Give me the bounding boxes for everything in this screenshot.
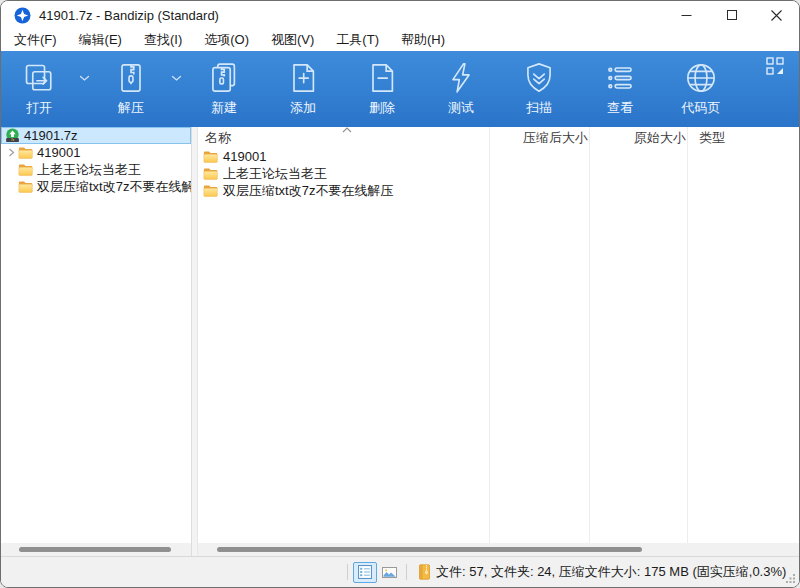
open-dropdown-button[interactable] — [71, 75, 97, 82]
scan-icon — [521, 60, 557, 96]
menu-find[interactable]: 查找(I) — [133, 29, 193, 51]
delete-file-icon — [364, 60, 400, 96]
details-view-button[interactable] — [353, 562, 377, 583]
new-archive-label: 新建 — [211, 99, 237, 117]
add-label: 添加 — [290, 99, 316, 117]
menu-edit[interactable]: 编辑(E) — [68, 29, 133, 51]
title-bar: 41901.7z - Bandizip (Standard) — [1, 1, 799, 29]
scan-button[interactable]: 扫描 — [507, 58, 571, 117]
column-header-original-size[interactable]: 原始大小 — [596, 129, 694, 147]
menu-tools[interactable]: 工具(T) — [325, 29, 390, 51]
maximize-button[interactable] — [709, 1, 754, 29]
delete-label: 删除 — [369, 99, 395, 117]
column-divider — [489, 127, 490, 543]
menu-file[interactable]: 文件(F) — [3, 29, 68, 51]
new-archive-icon — [206, 60, 242, 96]
tree-item-label: 上老王论坛当老王 — [37, 161, 141, 179]
menu-bar: 文件(F) 编辑(E) 查找(I) 选项(O) 视图(V) 工具(T) 帮助(H… — [1, 29, 799, 51]
extract-button[interactable]: 解压 — [99, 58, 163, 117]
archive-folder-icon — [417, 564, 432, 580]
statusbar-divider — [406, 564, 407, 580]
window-title: 41901.7z - Bandizip (Standard) — [39, 8, 664, 23]
folder-icon — [203, 185, 218, 197]
sort-asc-icon — [342, 127, 352, 133]
codepage-icon — [683, 60, 719, 96]
toolbar-layout-button[interactable] — [766, 57, 784, 79]
list-horizontal-scrollbar[interactable] — [198, 543, 799, 556]
scrollbar-thumb[interactable] — [217, 547, 642, 552]
thumbnail-view-icon — [382, 566, 397, 579]
archive-folder-button[interactable] — [412, 562, 436, 583]
extract-dropdown-button[interactable] — [163, 75, 189, 82]
minimize-icon — [681, 10, 692, 21]
scan-label: 扫描 — [526, 99, 552, 117]
delete-button[interactable]: 删除 — [350, 58, 414, 117]
minimize-button[interactable] — [664, 1, 709, 29]
tree-horizontal-scrollbar[interactable] — [1, 543, 191, 556]
tree-item-folder[interactable]: 双层压缩txt改7z不要在线解压 — [1, 178, 191, 195]
file-row[interactable]: 双层压缩txt改7z不要在线解压 — [198, 182, 799, 199]
chevron-down-icon — [171, 75, 182, 82]
open-icon — [21, 60, 57, 96]
folder-icon — [18, 147, 33, 159]
bandizip-window: 41901.7z - Bandizip (Standard) 文件(F) 编辑(… — [0, 0, 800, 588]
chevron-down-icon — [79, 75, 90, 82]
add-file-icon — [285, 60, 321, 96]
status-bar: 文件: 57, 文件夹: 24, 压缩文件大小: 175 MB (固实压缩,0.… — [1, 556, 799, 587]
folder-icon — [203, 151, 218, 163]
extract-icon — [113, 60, 149, 96]
column-divider — [589, 127, 590, 543]
bandizip-logo-icon — [14, 7, 31, 24]
test-label: 测试 — [448, 99, 474, 117]
resize-grip[interactable] — [785, 573, 796, 584]
toolbar: 打开 解压 新建 — [1, 51, 799, 127]
file-name: 双层压缩txt改7z不要在线解压 — [223, 182, 393, 200]
folder-icon — [18, 164, 33, 176]
main-area: 7z 41901.7z 419001 上老王论坛当老王 — [1, 127, 799, 556]
file-name: 上老王论坛当老王 — [223, 165, 327, 183]
codepage-label: 代码页 — [682, 99, 721, 117]
menu-options[interactable]: 选项(O) — [193, 29, 260, 51]
test-button[interactable]: 测试 — [429, 58, 493, 117]
archive-7z-icon: 7z — [5, 128, 20, 143]
column-header-compressed-size[interactable]: 压缩后大小 — [496, 129, 596, 147]
file-row[interactable]: 419001 — [198, 148, 799, 165]
file-name: 419001 — [223, 149, 266, 164]
archive-tree-pane: 7z 41901.7z 419001 上老王论坛当老王 — [1, 127, 192, 556]
tree-item-label: 双层压缩txt改7z不要在线解压 — [37, 178, 192, 196]
list-header: 名称 压缩后大小 原始大小 类型 — [198, 127, 799, 148]
column-header-type[interactable]: 类型 — [694, 129, 799, 147]
menu-view[interactable]: 视图(V) — [260, 29, 325, 51]
close-icon — [771, 10, 782, 21]
svg-text:7z: 7z — [11, 138, 15, 142]
statusbar-divider — [347, 564, 348, 580]
folder-icon — [203, 168, 218, 180]
close-button[interactable] — [754, 1, 799, 29]
scrollbar-thumb[interactable] — [19, 547, 171, 552]
view-icon — [602, 60, 638, 96]
new-archive-button[interactable]: 新建 — [192, 58, 256, 117]
extract-label: 解压 — [118, 99, 144, 117]
tree-item-label: 419001 — [37, 145, 80, 160]
open-button[interactable]: 打开 — [7, 58, 71, 117]
view-button[interactable]: 查看 — [588, 58, 652, 117]
file-row[interactable]: 上老王论坛当老王 — [198, 165, 799, 182]
file-list-pane: 名称 压缩后大小 原始大小 类型 419001 上老王论坛当老王 — [198, 127, 799, 556]
tree-item-archive-root[interactable]: 7z 41901.7z — [1, 127, 191, 144]
details-view-icon — [358, 565, 372, 579]
add-button[interactable]: 添加 — [271, 58, 335, 117]
open-label: 打开 — [26, 99, 52, 117]
menu-help[interactable]: 帮助(H) — [390, 29, 456, 51]
folder-icon — [18, 181, 33, 193]
tree-item-folder[interactable]: 419001 — [1, 144, 191, 161]
thumbnail-view-button[interactable] — [377, 562, 401, 583]
view-label: 查看 — [607, 99, 633, 117]
layout-grid-icon — [766, 57, 784, 75]
codepage-button[interactable]: 代码页 — [666, 58, 736, 117]
expander-chevron-icon[interactable] — [5, 148, 18, 157]
test-icon — [443, 60, 479, 96]
tree-item-label: 41901.7z — [24, 128, 78, 143]
maximize-icon — [727, 10, 737, 20]
column-divider — [687, 127, 688, 543]
tree-item-folder[interactable]: 上老王论坛当老王 — [1, 161, 191, 178]
